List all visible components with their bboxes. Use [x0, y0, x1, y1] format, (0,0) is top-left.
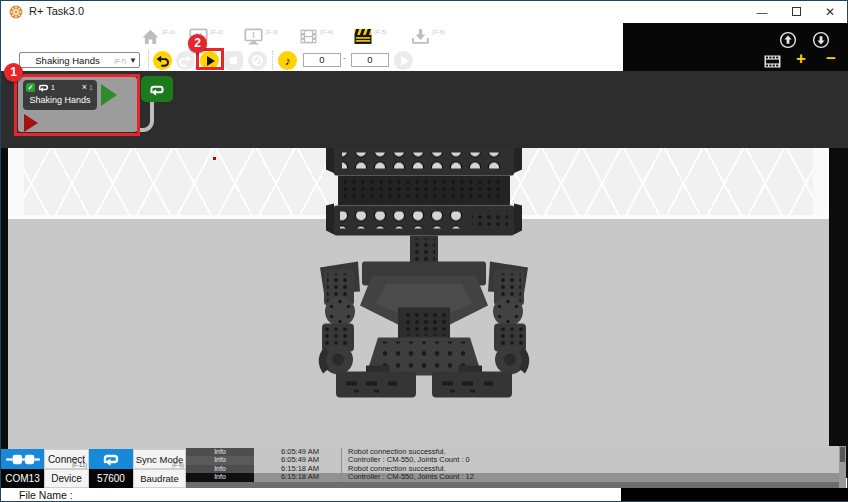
close-button[interactable]: ✕ [813, 1, 847, 23]
nav-output-shortcut: (F-3) [265, 29, 278, 35]
redo-icon [179, 54, 192, 67]
nav-motion-shortcut: (F-5) [374, 29, 387, 35]
motion-upload-panel: + − [623, 23, 848, 71]
download-circle-icon [812, 31, 830, 49]
log-divider [341, 456, 342, 465]
motion-unit-name: Shaking Hands [26, 95, 94, 105]
wall-edge-left [8, 148, 24, 219]
loop-icon [147, 83, 167, 96]
nav-download[interactable]: (F-6) [411, 28, 463, 48]
play-range-button[interactable] [394, 51, 413, 70]
motion-unit-dropdown[interactable]: Shaking Hands (F-7) ▼ [19, 52, 140, 68]
log-level-badge: Info [186, 456, 254, 465]
viewport-marker-dot [213, 157, 216, 160]
plug-icon [5, 452, 41, 467]
robot-head-plate [326, 148, 522, 236]
com-port-value[interactable]: COM13 [1, 469, 44, 488]
music-note-icon: ♪ [285, 55, 291, 67]
sync-mode-label-cell[interactable]: Sync Mode (F-9) [133, 449, 186, 469]
nav-download-shortcut: (F-6) [432, 29, 445, 35]
window-title: R+ Task3.0 [29, 5, 84, 17]
log-divider [341, 473, 342, 482]
log-divider [341, 465, 342, 474]
file-name-label: File Name : [19, 489, 73, 501]
nav-media[interactable]: (F-4) [299, 28, 351, 48]
download-icon [411, 28, 430, 45]
motion-list-button[interactable] [764, 54, 781, 72]
motion-timeline: ✓ 1 × 1 Shaking Hands [1, 71, 848, 148]
frame-from-input[interactable]: 0 [303, 53, 341, 67]
robot-3d-viewport[interactable] [8, 148, 829, 478]
nav-program[interactable]: { } (F-2) [189, 28, 241, 48]
log-row-selected[interactable]: Info 6:15:18 AM Controller : CM-550, Joi… [186, 473, 846, 482]
file-bar-filler [621, 488, 848, 501]
clapperboard-icon [353, 28, 373, 45]
minimize-button[interactable]: — [745, 1, 779, 23]
viewport-frame-right [829, 148, 848, 478]
timeline-slot: ✓ 1 × 1 Shaking Hands [18, 77, 137, 132]
stop-icon [230, 57, 237, 64]
robot-legs [366, 338, 482, 376]
robot-arm [319, 262, 360, 375]
film-icon [299, 28, 318, 45]
upload-circle-button[interactable] [779, 31, 797, 49]
add-motion-button[interactable]: + [796, 49, 806, 69]
sync-icon [99, 452, 123, 466]
app-window: R+ Task3.0 — ✕ R+Task (F-1) { } (F-2) ! … [0, 0, 848, 502]
robot-model [314, 148, 534, 400]
log-bottom-bar [186, 482, 846, 489]
nav-home[interactable]: (F-1) [141, 28, 193, 48]
redo-button[interactable] [176, 51, 195, 70]
cancel-button[interactable] [248, 51, 267, 70]
motion-unit-block[interactable]: ✓ 1 × 1 Shaking Hands [23, 80, 97, 110]
repeat-icon [37, 83, 50, 92]
alert-monitor-icon: ! [244, 28, 263, 45]
frame-range-separator: - [343, 53, 346, 63]
undo-button[interactable] [153, 51, 172, 70]
download-circle-button[interactable] [812, 31, 830, 49]
frame-to-input[interactable]: 0 [351, 53, 389, 67]
viewport-frame-left [1, 148, 8, 478]
log-level-badge: Info [186, 448, 254, 457]
maximize-icon [792, 7, 801, 16]
connect-label-cell[interactable]: Connect (F-12) [44, 449, 89, 469]
multiply-icon: × [82, 83, 87, 92]
unit-play-red-icon[interactable] [24, 114, 38, 132]
divider [272, 51, 273, 69]
wall-edge-right [813, 148, 829, 219]
play-button[interactable] [200, 51, 219, 70]
sync-mode-button[interactable] [89, 449, 133, 469]
film-small-icon [764, 55, 781, 68]
svg-text:!: ! [252, 30, 255, 40]
log-message: Controller : CM-550, Joints Count : 12 [348, 473, 474, 482]
connection-panel: Connect (F-12) Sync Mode (F-9) COM13 Dev… [1, 449, 186, 488]
nav-motion[interactable]: (F-5) [353, 28, 405, 48]
nav-program-shortcut: (F-2) [210, 29, 223, 35]
motion-unit-shortcut: (F-7) [114, 58, 126, 64]
upload-icon [779, 31, 797, 49]
unit-play-green-icon[interactable] [101, 84, 117, 106]
log-time: 6:15:18 AM [281, 473, 339, 482]
connect-shortcut: (F-12) [72, 462, 87, 468]
maximize-button[interactable] [779, 1, 813, 23]
log-scrollbar-thumb[interactable] [840, 447, 845, 462]
nav-media-shortcut: (F-4) [320, 29, 333, 35]
motion-control-bar: Shaking Hands (F-7) ▼ ♪ [1, 49, 623, 71]
check-icon: ✓ [26, 83, 35, 92]
play-icon [207, 56, 215, 66]
log-scrollbar[interactable] [839, 446, 846, 488]
repeat-count: 1 [51, 84, 55, 91]
music-button[interactable]: ♪ [278, 51, 297, 70]
sync-mode-shortcut: (F-9) [172, 462, 184, 468]
remove-motion-button[interactable]: − [826, 49, 836, 69]
baudrate-value[interactable]: 57600 [89, 469, 133, 488]
loop-unit-block[interactable] [141, 76, 173, 102]
log-divider [341, 448, 342, 457]
nav-output-monitor[interactable]: ! (F-3) [244, 28, 296, 48]
device-label: Device [44, 469, 89, 488]
connect-toggle-button[interactable] [1, 449, 44, 469]
motion-unit-value: Shaking Hands [20, 55, 115, 66]
code-monitor-icon: { } [189, 28, 208, 45]
stop-button[interactable] [224, 51, 243, 70]
message-log-panel: Info 6:05:49 AM Robot connection success… [186, 446, 846, 488]
